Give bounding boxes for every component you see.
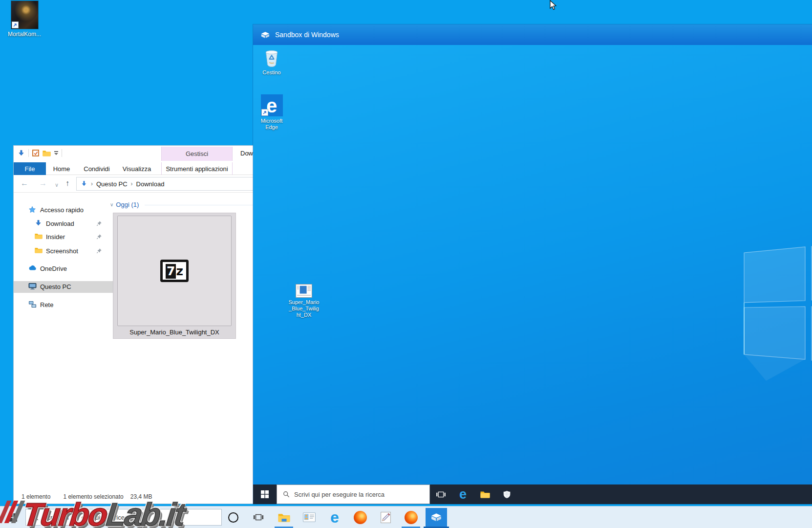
sandbox-titlebar[interactable]: Sandbox di Windows <box>253 24 812 45</box>
breadcrumb-chevron: › <box>91 180 93 187</box>
sidebar-item-download[interactable]: Download <box>14 218 115 230</box>
properties-check-icon[interactable] <box>32 150 39 156</box>
sandbox-edge-taskbar-button[interactable]: e <box>452 484 474 504</box>
status-item-count: 1 elemento <box>21 493 50 500</box>
sidebar-item-screenshot[interactable]: Screenshot <box>14 245 115 257</box>
divider <box>28 149 29 157</box>
sandbox-task-view-button[interactable] <box>430 484 452 504</box>
download-window-icon <box>18 150 25 157</box>
windows-start-icon <box>9 513 17 522</box>
contact-card-icon <box>303 512 316 522</box>
window-title: Dow <box>240 150 253 157</box>
windows-security-shield-icon <box>503 490 511 499</box>
breadcrumb-chevron: › <box>131 180 133 187</box>
address-bar[interactable]: › Questo PC › Download <box>76 177 281 191</box>
status-selected-count: 1 elemento selezionato <box>63 493 123 500</box>
sidebar-label: OneDrive <box>40 265 67 272</box>
ribbon-tabs: File Home Condividi Visualizza Strumenti… <box>14 162 286 175</box>
group-chevron-icon: ∨ <box>110 202 113 207</box>
up-button[interactable]: ↑ <box>65 178 69 188</box>
sandbox-start-button[interactable] <box>253 484 277 504</box>
file-explorer-button[interactable] <box>271 506 297 528</box>
search-icon <box>283 491 290 498</box>
edge-button[interactable]: e <box>322 506 347 528</box>
quick-access-star-icon <box>28 206 36 214</box>
sandbox-icon-microsoft-edge[interactable]: e Microsoft Edge <box>253 94 290 131</box>
sandbox-search-box[interactable]: Scrivi qui per eseguire la ricerca <box>277 484 430 504</box>
windows-wallpaper-logo <box>739 238 812 404</box>
search-icon <box>32 514 39 521</box>
folder-icon <box>35 233 43 239</box>
icon-label: Cestino <box>262 69 280 76</box>
download-icon <box>35 220 42 227</box>
cortana-button[interactable] <box>220 506 246 528</box>
task-view-icon <box>436 491 446 498</box>
download-location-icon <box>81 180 87 187</box>
sandbox-security-taskbar-button[interactable] <box>496 484 518 504</box>
group-header-label: Oggi (1) <box>116 201 139 208</box>
desktop-shortcut-mortal-kombat[interactable]: MortalKom... <box>4 1 45 38</box>
firefox-icon <box>354 511 367 524</box>
sandbox-explorer-taskbar-button[interactable] <box>474 484 496 504</box>
image-editor-icon <box>380 511 391 524</box>
sidebar-label: Rete <box>40 301 53 308</box>
mortal-kombat-thumbnail <box>11 1 38 29</box>
new-folder-icon[interactable] <box>43 150 51 156</box>
quick-access-toolbar <box>18 149 62 157</box>
sandbox-icon-super-mario-file[interactable]: Super_Mario_Blue_Twilight_DX <box>287 284 321 319</box>
search-placeholder: Scrivi qui per eseguire la ricerca <box>294 491 385 498</box>
back-button[interactable]: ← <box>21 178 28 188</box>
sidebar-label: Accesso rapido <box>40 206 84 214</box>
sidebar-label: Download <box>46 220 74 227</box>
file-explorer-window: Gestisci Dow File Home Condividi Visuali… <box>13 145 287 504</box>
explorer-titlebar: Gestisci Dow <box>14 146 286 162</box>
pin-icon <box>96 248 102 254</box>
customize-toolbar-icon[interactable] <box>54 151 58 155</box>
status-bar: 1 elemento 1 elemento selezionato 23,4 M… <box>14 489 286 504</box>
pin-icon <box>96 234 102 240</box>
sandbox-window-title: Sandbox di Windows <box>275 31 339 39</box>
edge-icon: e <box>459 488 467 501</box>
sidebar-item-insider[interactable]: Insider <box>14 231 115 243</box>
sidebar-item-questo-pc[interactable]: Questo PC <box>14 281 115 293</box>
file-item-selected[interactable]: 7z Super_Mario_Blue_Twilight_DX <box>113 213 236 339</box>
divider <box>62 149 62 157</box>
firefox-button[interactable] <box>347 506 373 528</box>
sandbox-app-icon <box>261 31 270 39</box>
tab-visualizza[interactable]: Visualizza <box>116 162 157 175</box>
sandbox-icon-recycle-bin[interactable]: Cestino <box>253 47 290 76</box>
status-selected-size: 23,4 MB <box>130 493 152 500</box>
host-taskbar: Scrivi qui per eseguire la ricerca e <box>0 506 812 528</box>
navigation-bar: ← → ∨ ↑ › Questo PC › Download <box>14 175 286 193</box>
sidebar-item-accesso-rapido[interactable]: Accesso rapido <box>14 204 115 216</box>
sidebar-item-rete[interactable]: Rete <box>14 299 115 311</box>
mouse-cursor <box>550 0 556 11</box>
tab-home[interactable]: Home <box>46 162 77 175</box>
host-start-button[interactable] <box>1 506 24 528</box>
sandbox-desktop: Cestino e Microsoft Edge <box>253 45 812 484</box>
tab-strumenti-applicazioni[interactable]: Strumenti applicazioni <box>161 162 233 175</box>
firefox-2-button[interactable] <box>398 506 424 528</box>
recent-locations-chevron[interactable]: ∨ <box>55 180 59 190</box>
recycle-bin-icon <box>261 47 282 68</box>
explorer-body: Accesso rapido Download Insider Screensh… <box>14 193 286 489</box>
shortcut-label: MortalKom... <box>4 31 45 38</box>
image-editor-button[interactable] <box>373 506 398 528</box>
7zip-icon-label: 7z <box>166 265 183 277</box>
edge-icon: e <box>330 509 339 525</box>
windows-sandbox-button[interactable] <box>424 506 449 528</box>
breadcrumb-download[interactable]: Download <box>136 180 165 188</box>
sidebar-label: Screenshot <box>46 247 78 255</box>
breadcrumb-questo-pc[interactable]: Questo PC <box>96 180 128 188</box>
sidebar-item-onedrive[interactable]: OneDrive <box>14 263 115 275</box>
tab-file[interactable]: File <box>14 162 46 175</box>
tab-condividi[interactable]: Condividi <box>77 162 116 175</box>
task-view-button[interactable] <box>246 506 271 528</box>
forward-button[interactable]: → <box>39 178 47 188</box>
people-app-button[interactable] <box>297 506 322 528</box>
shortcut-arrow-icon <box>12 22 19 28</box>
group-header-oggi[interactable]: ∨ Oggi (1) <box>110 201 139 208</box>
host-search-box[interactable]: Scrivi qui per eseguire la ricerca <box>25 509 222 526</box>
contextual-tab-header: Gestisci <box>161 147 233 161</box>
sandbox-app-icon <box>431 513 442 522</box>
